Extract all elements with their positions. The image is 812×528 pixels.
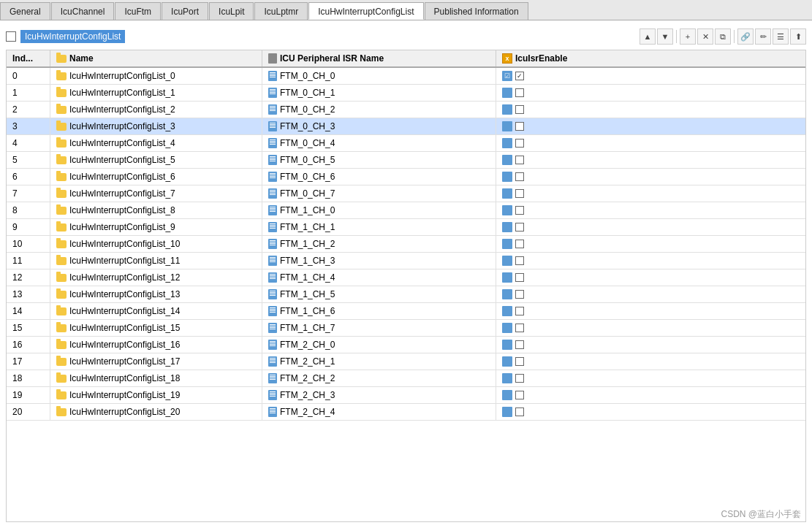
tab-published-information[interactable]: Published Information <box>425 2 528 20</box>
enable-checkbox[interactable] <box>515 206 524 215</box>
cell-index: 12 <box>7 269 50 286</box>
list-checkbox[interactable] <box>6 31 16 42</box>
isr-text: FTM_1_CH_0 <box>280 205 335 215</box>
tab-icuchannel[interactable]: IcuChannel <box>51 2 115 20</box>
enable-checkbox[interactable] <box>515 72 524 80</box>
cell-enable <box>496 236 805 252</box>
table-row[interactable]: 15IcuHwInterruptConfigList_15FTM_1_CH_7 <box>7 320 805 337</box>
enable-checkbox[interactable] <box>515 340 524 349</box>
move-up-button[interactable]: ▲ <box>640 28 656 45</box>
enable-checkbox[interactable] <box>515 256 524 265</box>
cell-index: 5 <box>7 152 50 168</box>
enable-checkbox[interactable] <box>515 307 524 315</box>
tab-icuhwinterruptconfiglist[interactable]: IcuHwInterruptConfigList <box>308 2 423 20</box>
col-header-name: Name <box>50 50 262 66</box>
cell-name: IcuHwInterruptConfigList_13 <box>50 286 262 302</box>
table-row[interactable]: 5IcuHwInterruptConfigList_5FTM_0_CH_5 <box>7 152 805 169</box>
tab-icuftm[interactable]: IcuFtm <box>115 2 161 20</box>
table-row[interactable]: 4IcuHwInterruptConfigList_4FTM_0_CH_4 <box>7 135 805 152</box>
table-row[interactable]: 3IcuHwInterruptConfigList_3FTM_0_CH_3 <box>7 118 805 135</box>
tab-iculpit[interactable]: IcuLpit <box>209 2 254 20</box>
cell-name: IcuHwInterruptConfigList_5 <box>50 152 262 168</box>
folder-icon <box>56 307 67 315</box>
enable-checkbox[interactable] <box>515 105 524 114</box>
export-button[interactable]: ⬆ <box>790 28 806 45</box>
doc-icon <box>268 407 277 417</box>
move-down-button[interactable]: ▼ <box>657 28 673 45</box>
cell-index: 15 <box>7 320 50 336</box>
cell-index: 1 <box>7 85 50 101</box>
table-row[interactable]: 10IcuHwInterruptConfigList_10FTM_1_CH_2 <box>7 236 805 253</box>
enable-checkbox[interactable] <box>515 408 524 416</box>
edit-button[interactable]: ✏ <box>755 28 771 45</box>
enable-checkbox[interactable] <box>515 189 524 198</box>
isr-text: FTM_1_CH_3 <box>280 256 335 266</box>
enable-checkbox[interactable] <box>515 273 524 282</box>
separator-2 <box>734 30 735 43</box>
cell-enable <box>496 118 805 134</box>
cell-name: IcuHwInterruptConfigList_16 <box>50 337 262 353</box>
table-row[interactable]: 2IcuHwInterruptConfigList_2FTM_0_CH_2 <box>7 102 805 118</box>
table-row[interactable]: 9IcuHwInterruptConfigList_9FTM_1_CH_1 <box>7 219 805 236</box>
cell-isr: FTM_0_CH_4 <box>262 135 496 151</box>
table-row[interactable]: 17IcuHwInterruptConfigList_17FTM_2_CH_1 <box>7 353 805 370</box>
enable-checkbox[interactable] <box>515 122 524 131</box>
doc-icon <box>268 71 277 81</box>
delete-button[interactable]: ✕ <box>697 28 713 45</box>
cell-isr: FTM_2_CH_1 <box>262 353 496 370</box>
enable-checkbox[interactable] <box>515 139 524 148</box>
table-row[interactable]: 16IcuHwInterruptConfigList_16FTM_2_CH_0 <box>7 337 805 353</box>
enable-checkbox[interactable] <box>515 374 524 383</box>
table-row[interactable]: 20IcuHwInterruptConfigList_20FTM_2_CH_4 <box>7 404 805 421</box>
cell-index: 10 <box>7 236 50 252</box>
table-row[interactable]: 18IcuHwInterruptConfigList_18FTM_2_CH_2 <box>7 370 805 387</box>
enable-checkbox[interactable] <box>515 324 524 332</box>
enable-checkbox[interactable] <box>515 172 524 181</box>
tab-general[interactable]: General <box>0 2 50 20</box>
table-row[interactable]: 11IcuHwInterruptConfigList_11FTM_1_CH_3 <box>7 253 805 269</box>
enable-checkbox[interactable] <box>515 357 524 366</box>
enable-checkbox[interactable] <box>515 223 524 232</box>
add-button[interactable]: + <box>680 28 696 45</box>
checkbox-cell <box>502 306 524 316</box>
copy-button[interactable]: ⧉ <box>715 28 731 45</box>
table-row[interactable]: 13IcuHwInterruptConfigList_13FTM_1_CH_5 <box>7 286 805 303</box>
table-row[interactable]: 1IcuHwInterruptConfigList_1FTM_0_CH_1 <box>7 85 805 102</box>
table-row[interactable]: 7IcuHwInterruptConfigList_7FTM_0_CH_7 <box>7 185 805 202</box>
enable-checkbox[interactable] <box>515 290 524 299</box>
table-row[interactable]: 0IcuHwInterruptConfigList_0FTM_0_CH_0☑ <box>7 68 805 85</box>
mini-icon <box>502 340 512 350</box>
table-row[interactable]: 6IcuHwInterruptConfigList_6FTM_0_CH_6 <box>7 169 805 185</box>
cell-name: IcuHwInterruptConfigList_15 <box>50 320 262 336</box>
name-label: Name <box>69 53 94 64</box>
cell-index: 3 <box>7 118 50 134</box>
table-row[interactable]: 14IcuHwInterruptConfigList_14FTM_1_CH_6 <box>7 303 805 320</box>
cell-enable <box>496 202 805 218</box>
tabs-bar: GeneralIcuChannelIcuFtmIcuPortIcuLpitIcu… <box>0 0 812 20</box>
doc-icon <box>268 272 277 283</box>
cell-isr: FTM_0_CH_2 <box>262 102 496 118</box>
link-button[interactable]: 🔗 <box>737 28 754 45</box>
enable-checkbox[interactable] <box>515 156 524 164</box>
enable-checkbox[interactable] <box>515 240 524 248</box>
cell-name: IcuHwInterruptConfigList_12 <box>50 269 262 286</box>
name-text: IcuHwInterruptConfigList_8 <box>69 205 175 215</box>
list-title: IcuHwInterruptConfigList <box>20 30 125 43</box>
table-row[interactable]: 12IcuHwInterruptConfigList_12FTM_1_CH_4 <box>7 269 805 286</box>
doc-icon <box>268 205 277 215</box>
enable-checkbox[interactable] <box>515 88 524 97</box>
checkbox-cell <box>502 340 524 350</box>
cell-isr: FTM_2_CH_2 <box>262 370 496 386</box>
table-row[interactable]: 8IcuHwInterruptConfigList_8FTM_1_CH_0 <box>7 202 805 219</box>
doc-icon <box>268 172 277 182</box>
tab-iculptmr[interactable]: IcuLptmr <box>254 2 308 20</box>
enable-checkbox[interactable] <box>515 391 524 399</box>
table-row[interactable]: 19IcuHwInterruptConfigList_19FTM_2_CH_3 <box>7 387 805 404</box>
cell-index: 13 <box>7 286 50 302</box>
mini-icon <box>502 373 512 383</box>
menu-button[interactable]: ☰ <box>773 28 789 45</box>
mini-icon <box>502 323 512 333</box>
tab-icuport[interactable]: IcuPort <box>162 2 208 20</box>
name-text: IcuHwInterruptConfigList_6 <box>69 172 175 182</box>
checkbox-cell: ☑ <box>502 71 524 81</box>
